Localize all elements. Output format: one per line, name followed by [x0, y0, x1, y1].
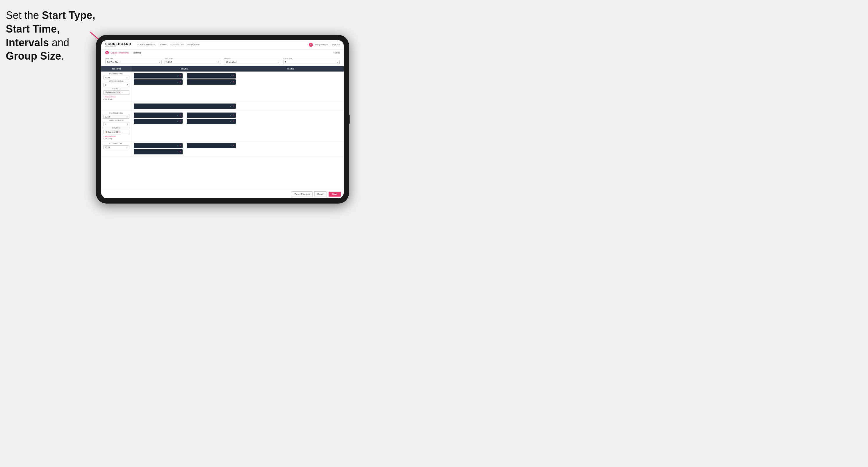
start-time-select[interactable]: 10:00 ⏱ [164, 60, 221, 64]
intervals-select[interactable]: 10 Minutes ▾ [224, 60, 280, 64]
breadcrumb-bar: C Clippd Invitational › Hosting ‹ Back [101, 50, 344, 56]
back-button[interactable]: ‹ Back [333, 52, 340, 54]
nav-tournaments[interactable]: TOURNAMENTS [137, 43, 155, 46]
starting-time-input-2[interactable]: 10:10 ⏱ [103, 115, 129, 119]
remove-player-icon[interactable]: ✕ [179, 75, 181, 77]
tee-time-panel-3: STARTING TIME: 10:20 ⏱ [101, 141, 132, 156]
remove-group-link-2[interactable]: ○ Remove Group [103, 135, 129, 137]
start-time-group: Start Time 10:00 ⏱ [164, 58, 221, 64]
remove-player-icon-9[interactable]: ✕ [232, 120, 235, 122]
expand-icon-8[interactable]: ⤢ [230, 114, 232, 116]
course-label-1: COURSE: [103, 88, 129, 90]
remove-player-icon-5[interactable]: ✕ [232, 105, 235, 107]
breadcrumb-left: C Clippd Invitational › Hosting [105, 51, 141, 54]
th-tee-time: Tee Time [101, 66, 132, 71]
breadcrumb-section: Hosting [133, 52, 141, 54]
team2-cell-2: ⤢ ✕ ⤢ ✕ [185, 111, 238, 141]
instruction-text: Set the Start Type, Start Time, Interval… [6, 9, 96, 63]
add-course-icon-2[interactable]: + [122, 131, 123, 133]
player-row-2-2: ⤢ ✕ [187, 80, 236, 85]
add-group-link-2[interactable]: + Add Group [103, 138, 129, 139]
breadcrumb-logo: C [105, 51, 109, 54]
nav-teams[interactable]: TEAMS [158, 43, 166, 46]
group-size-select[interactable]: 3 ▾ [283, 60, 340, 64]
remove-player-icon-6[interactable]: ✕ [179, 114, 181, 116]
group-row-1: STARTING TIME: 10:00 ⏱ STARTING HOLE: 1 … [101, 71, 344, 102]
user-email: blair@clippd.io [315, 43, 328, 45]
starting-time-input-1[interactable]: 10:00 ⏱ [103, 75, 129, 80]
remove-player-icon-8[interactable]: ✕ [232, 114, 235, 116]
player-row-3-2: ⤢ ✕ [134, 119, 183, 124]
course-chip-2: 🏌 East Lake GC ✕ [105, 130, 121, 133]
expand-icon-6[interactable]: ⤢ [177, 114, 179, 116]
starting-time-input-3[interactable]: 10:20 ⏱ [103, 146, 129, 149]
remove-player-icon-12[interactable]: ✕ [232, 145, 235, 147]
expand-icon-4[interactable]: ⤢ [230, 81, 232, 83]
team1-extra-1: ⤢ ✕ [132, 102, 238, 111]
starting-hole-select-1[interactable]: 1 ▾ [103, 83, 129, 87]
remove-player-icon-4[interactable]: ✕ [232, 81, 235, 83]
remove-course-icon[interactable]: ✕ [119, 92, 120, 93]
expand-icon-3[interactable]: ⤢ [230, 75, 232, 77]
player-row-5-1: ⤢ ✕ [134, 143, 183, 148]
breadcrumb-tournament[interactable]: Clippd Invitational [111, 52, 129, 54]
add-group-link-1[interactable]: + Add Group [103, 98, 129, 100]
clock-icon-3: ⏱ [126, 147, 128, 148]
remove-player-icon-2[interactable]: ✕ [179, 81, 181, 83]
nav-rankings[interactable]: RANKINGS [188, 43, 200, 46]
chevron-hole-1: ▾ [127, 84, 128, 86]
expand-icon[interactable]: ⤢ [177, 75, 179, 77]
remove-group-link-1[interactable]: ○ Remove Group [103, 96, 129, 98]
player-row-4-1: ⤢ ✕ [187, 113, 236, 118]
tee-time-panel-2: STARTING TIME: 10:10 ⏱ STARTING HOLE: 1 … [101, 111, 132, 141]
separator: | [330, 43, 330, 45]
tee-spacer-1 [101, 102, 132, 111]
start-type-select[interactable]: 1st Tee Start ▾ [105, 60, 162, 64]
reset-button[interactable]: Reset Changes [292, 191, 313, 197]
circle-icon: ○ [103, 96, 104, 98]
clock-icon-1: ⏱ [126, 77, 128, 79]
chevron-down-icon-2: ▾ [278, 61, 279, 63]
remove-player-icon-11[interactable]: ✕ [179, 151, 181, 153]
nav-committee[interactable]: COMMITTEE [170, 43, 184, 46]
remove-course-icon-2[interactable]: ✕ [119, 131, 120, 133]
logo: SCOREBOARD Powered by clipp [105, 42, 131, 48]
table-header: Tee Time Team 1 Team 2 [101, 66, 344, 71]
cancel-button[interactable]: Cancel [314, 191, 327, 197]
save-button[interactable]: Save [329, 192, 341, 196]
action-bar: Reset Changes Cancel Save [101, 190, 344, 198]
starting-hole-select-2[interactable]: 1 ▾ [103, 122, 129, 126]
starting-hole-label-1: STARTING HOLE: [103, 80, 129, 82]
course-tag-1[interactable]: (A) Peachtree GC ✕ + [103, 90, 129, 94]
tablet-device: SCOREBOARD Powered by clipp TOURNAMENTS … [96, 35, 349, 204]
course-tag-2[interactable]: 🏌 East Lake GC ✕ + [103, 130, 129, 134]
tablet-screen: SCOREBOARD Powered by clipp TOURNAMENTS … [101, 40, 344, 198]
expand-icon-12[interactable]: ⤢ [230, 145, 232, 147]
player-row-6-1: ⤢ ✕ [187, 143, 236, 148]
start-type-label: Start Type [105, 58, 162, 59]
user-avatar: B [309, 43, 313, 47]
nav-right: B blair@clippd.io | Sign out [309, 43, 340, 47]
content-scroll[interactable]: STARTING TIME: 10:00 ⏱ STARTING HOLE: 1 … [101, 71, 344, 190]
expand-icon-10[interactable]: ⤢ [177, 145, 179, 147]
top-navigation: SCOREBOARD Powered by clipp TOURNAMENTS … [101, 40, 344, 50]
group-row-3: STARTING TIME: 10:20 ⏱ ⤢ ✕ [101, 141, 344, 156]
sign-out-link[interactable]: Sign out [332, 43, 340, 45]
intervals-label: Intervals [224, 58, 280, 59]
team2-extra-1 [238, 102, 344, 111]
remove-player-icon-7[interactable]: ✕ [179, 120, 181, 122]
remove-player-icon-3[interactable]: ✕ [232, 75, 235, 77]
expand-icon-11[interactable]: ⤢ [177, 151, 179, 153]
expand-icon-5[interactable]: ⤢ [230, 105, 232, 107]
team1-cell-2: ⤢ ✕ ⤢ ✕ [132, 111, 185, 141]
th-team2: Team 2 [238, 66, 344, 71]
expand-icon-2[interactable]: ⤢ [177, 81, 179, 83]
expand-icon-7[interactable]: ⤢ [177, 120, 179, 122]
expand-icon-9[interactable]: ⤢ [230, 120, 232, 122]
chevron-down-icon: ▾ [159, 61, 160, 63]
logo-sub: Powered by clipp [105, 45, 131, 48]
remove-player-icon-10[interactable]: ✕ [179, 145, 181, 147]
clock-icon-2: ⏱ [126, 116, 128, 118]
add-course-icon[interactable]: + [122, 92, 123, 93]
starting-time-label-3: STARTING TIME: [103, 143, 129, 145]
